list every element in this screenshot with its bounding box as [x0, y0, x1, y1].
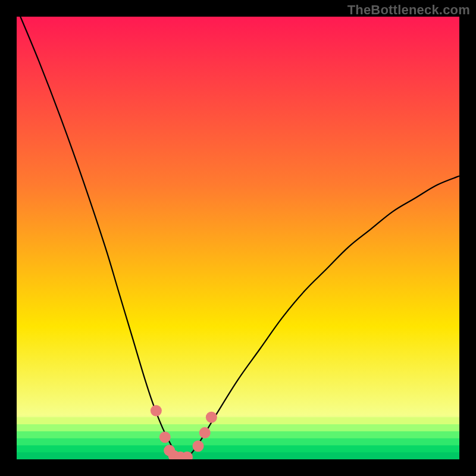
- watermark-text: TheBottleneck.com: [347, 2, 470, 18]
- band-stripe: [17, 439, 459, 446]
- marker-dot: [159, 431, 171, 443]
- band-stripe: [17, 424, 459, 431]
- marker-dot: [151, 405, 162, 416]
- chart-frame: TheBottleneck.com: [0, 0, 476, 476]
- marker-dot: [193, 440, 204, 452]
- bottom-color-bands: [17, 417, 459, 459]
- gradient-background: [17, 17, 459, 459]
- band-stripe: [17, 452, 459, 459]
- marker-dot: [199, 427, 211, 439]
- band-stripe: [17, 417, 459, 424]
- marker-dot: [206, 412, 217, 423]
- chart-plot-area: [17, 17, 459, 459]
- band-stripe: [17, 431, 459, 439]
- band-stripe: [17, 445, 459, 452]
- chart-svg: [17, 17, 459, 459]
